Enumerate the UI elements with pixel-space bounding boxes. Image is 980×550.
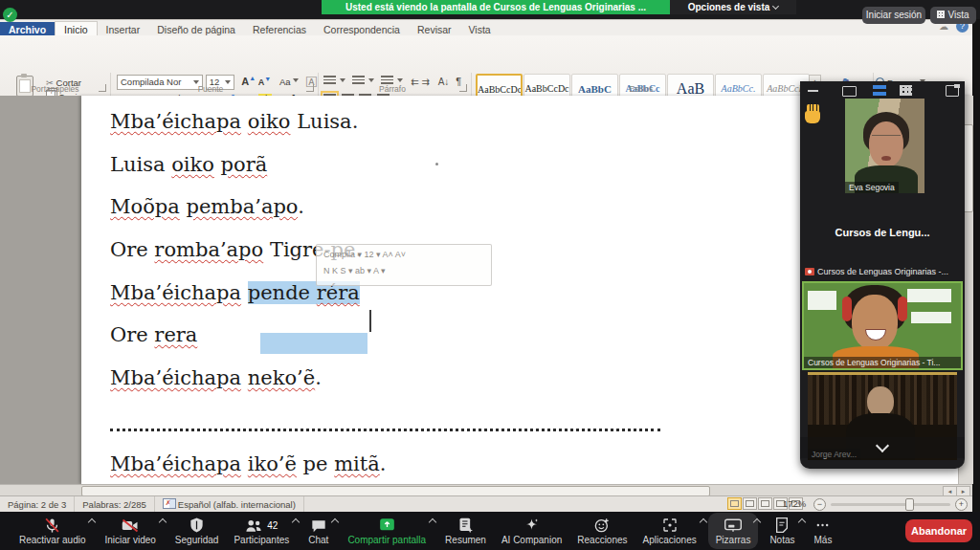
clipboard-group-label: Portapapeles: [10, 84, 100, 94]
share-screen-icon: [379, 517, 395, 534]
view-button[interactable]: Vista: [930, 7, 976, 24]
text-segment: neko’ẽ: [248, 366, 315, 389]
toolbar-unmute-button[interactable]: Reactivar audio: [11, 512, 93, 550]
paragraph-dialog-launcher[interactable]: [459, 84, 467, 92]
word-app-icon: ✓: [3, 8, 17, 22]
text-segment: Ore: [110, 323, 154, 346]
print-layout-view-button[interactable]: [727, 497, 742, 510]
text-segment: [214, 153, 221, 176]
minimize-panel-icon[interactable]: [808, 90, 818, 92]
more-icon: [814, 517, 831, 534]
text-segment: .: [380, 452, 387, 475]
chat-icon: [311, 517, 326, 534]
video-tile-active-speaker[interactable]: Cursos de Lenguas Originarias - Ti...: [802, 281, 963, 370]
mouth: [881, 156, 891, 161]
toolbar-label: Resumen: [445, 535, 486, 545]
dotted-fill-line: [110, 429, 660, 431]
text-segment: oiko: [171, 153, 214, 176]
leave-meeting-button[interactable]: Abandonar: [905, 519, 972, 542]
grid-view-icon: [937, 11, 945, 18]
text-segment: pemba’apo: [186, 195, 298, 218]
text-segment: Mba’éichapa: [110, 110, 241, 133]
text-segment: Luisa: [110, 153, 171, 176]
zoom-slider-track[interactable]: [831, 503, 950, 506]
participants-count-badge: 42: [267, 520, 278, 531]
clipboard-dialog-launcher[interactable]: [99, 84, 106, 92]
word-count-status[interactable]: Palabras: 2/285: [75, 496, 155, 513]
participants-icon: 42: [245, 517, 278, 534]
selected-text: pende: [248, 281, 317, 304]
document-text-line[interactable]: Ore rera: [110, 321, 197, 348]
toolbar-more-button[interactable]: Más: [807, 512, 840, 550]
gallery-view-icon[interactable]: [900, 85, 912, 96]
text-segment: Ore: [110, 238, 154, 261]
document-text-line[interactable]: Mba’éichapa oiko Luisa.: [110, 108, 358, 135]
document-text-line[interactable]: Mba’éichapa neko’ẽ.: [110, 364, 322, 391]
toolbar-security-button[interactable]: Seguridad: [167, 512, 227, 550]
shelf: [911, 312, 951, 323]
speaker-view-icon[interactable]: [842, 86, 857, 97]
toolbar-start-video-button[interactable]: Iniciar video: [97, 512, 163, 550]
stray-mark: [435, 163, 438, 165]
change-case-button[interactable]: Aa: [279, 77, 299, 87]
popout-panel-icon[interactable]: [946, 85, 959, 97]
toolbar-participants-button[interactable]: 42Participantes: [226, 512, 297, 550]
shelf: [808, 291, 836, 310]
toolbar-label: Reactivar audio: [19, 535, 85, 545]
participant-name-label: Cursos de Lenguas Originarias - Ti...: [804, 357, 961, 368]
toolbar-reactions-button[interactable]: Reacciones: [569, 512, 635, 550]
summary-icon: [458, 517, 473, 534]
toolbar-label: Reacciones: [577, 535, 627, 545]
view-options-button[interactable]: Opciones de vista: [670, 0, 796, 14]
mini-format-toolbar[interactable]: Compila ▾ 12 ▾ A˄ A˅ N K S ▾ ab ▾ A ▾: [316, 244, 492, 286]
toolbar-notes-button[interactable]: Notas: [762, 512, 802, 550]
shelf: [907, 289, 951, 302]
text-segment: [241, 366, 248, 389]
strip-view-icon[interactable]: [873, 85, 886, 96]
document-text-line[interactable]: Mba’éichapa iko’ẽ pe mitã.: [110, 451, 386, 477]
zoom-slider-thumb[interactable]: [905, 498, 914, 511]
document-text-line[interactable]: Luisa oiko porã: [110, 151, 267, 178]
document-text-line[interactable]: Moõpa pemba’apo.: [110, 193, 304, 220]
toolbar-label: Notas: [769, 535, 794, 545]
text-segment: .: [315, 366, 322, 389]
toolbar-label: Chat: [308, 535, 328, 545]
paragraph-group-label: Párrafo: [335, 84, 450, 94]
participant-no-video-name[interactable]: Cursos de Lengu...: [800, 227, 965, 238]
toolbar-apps-button[interactable]: Aplicaciones: [635, 512, 704, 550]
glasses: [872, 135, 901, 143]
toolbar-ai-companion-button[interactable]: AI Companion: [494, 512, 569, 550]
text-segment: mitã: [334, 452, 380, 475]
text-segment: pe: [297, 452, 334, 475]
fullscreen-reading-view-button[interactable]: [743, 497, 757, 510]
zoom-out-button[interactable]: −: [813, 498, 826, 511]
toolbar-summary-button[interactable]: Resumen: [437, 512, 494, 550]
ai-sparkle-icon: [523, 517, 540, 534]
headphones: [842, 297, 852, 321]
toolbar-label: AI Companion: [501, 535, 562, 545]
toolbar-share-screen-button[interactable]: Compartir pantalla: [340, 512, 434, 550]
shield-icon: [189, 517, 204, 534]
toolbar-chat-button[interactable]: Chat: [301, 512, 336, 550]
text-segment: porã: [221, 153, 268, 176]
toolbar-label: Participantes: [234, 535, 289, 545]
font-dialog-launcher[interactable]: [306, 84, 314, 92]
sign-in-button[interactable]: Iniciar sesión: [862, 7, 925, 24]
web-layout-view-button[interactable]: [758, 497, 772, 510]
language-status[interactable]: Español (alfab. internacional): [155, 496, 304, 513]
mic-off-icon: [44, 517, 60, 534]
video-tile-eva[interactable]: Eva Segovia: [845, 99, 924, 193]
headphones: [898, 297, 907, 321]
text-segment: [241, 281, 248, 304]
toolbar-whiteboards-button[interactable]: Pizarras: [708, 513, 759, 549]
whiteboard-icon: [724, 517, 742, 534]
zoom-in-button[interactable]: +: [955, 498, 968, 511]
selection-highlight-block: [260, 333, 368, 354]
spellcheck-icon: [163, 498, 176, 509]
zoom-meeting-screen: ✓ ▣↶▾↻|▾ ArchivoInicioInsertarDiseño de …: [0, 0, 980, 550]
page-count-status[interactable]: Página: 2 de 3: [0, 496, 75, 513]
zoom-level-label[interactable]: 172%: [783, 495, 806, 512]
text-segment: [241, 452, 248, 475]
ribbon-tab-bar: ArchivoInicioInsertarDiseño de páginaRef…: [0, 20, 972, 36]
collapse-panel-button[interactable]: [800, 437, 965, 458]
